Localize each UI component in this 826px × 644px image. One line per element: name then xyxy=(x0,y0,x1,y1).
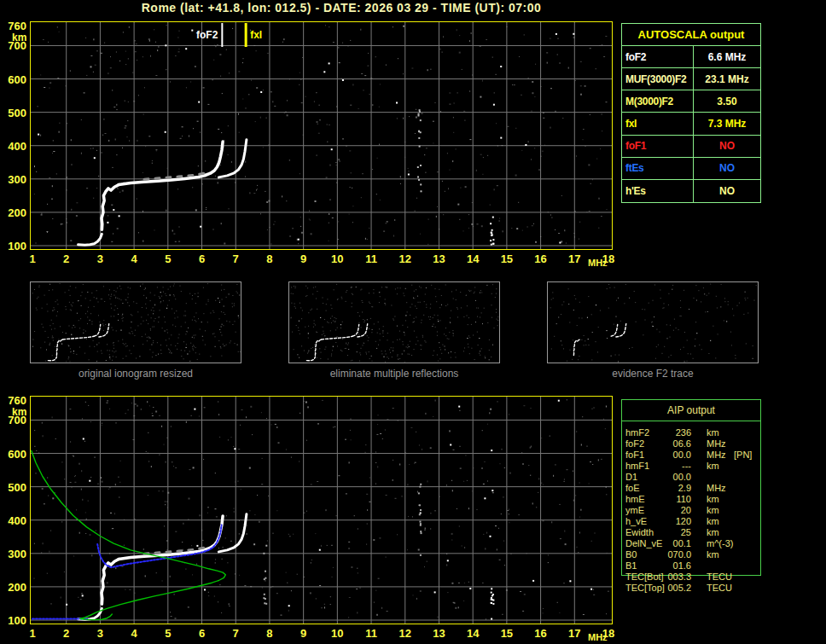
x-axis-tick: 8 xyxy=(259,253,281,264)
fxi-marker-label: fxI xyxy=(250,29,262,41)
autoscala-row: MUF(3000)F223.1 MHz xyxy=(622,68,760,90)
x-axis-tick: 11 xyxy=(360,628,382,639)
y-axis-tick: 500 xyxy=(0,107,26,119)
aip-unit: km xyxy=(707,494,719,505)
thumbnail-canvas xyxy=(289,282,499,363)
thumbnail-canvas xyxy=(548,282,758,363)
aip-row: B101.6 xyxy=(621,560,761,571)
x-axis-tick: 17 xyxy=(563,253,585,264)
x-axis-tick: 3 xyxy=(89,628,111,639)
x-axis-tick: 12 xyxy=(394,253,416,264)
aip-value: 120 xyxy=(647,516,691,527)
aip-row: D100.0 xyxy=(621,472,761,483)
thumbnail-canvas xyxy=(31,282,241,363)
aip-unit: MHz xyxy=(707,438,726,450)
aip-param: D1 xyxy=(625,472,637,483)
aip-unit: km xyxy=(707,527,719,538)
autoscala-param: foF2 xyxy=(622,46,694,67)
aip-value: 005.2 xyxy=(647,583,691,594)
aip-unit: km xyxy=(707,549,719,560)
y-axis-tick: 200 xyxy=(0,582,26,593)
autoscala-param: M(3000)F2 xyxy=(622,90,694,112)
aip-value: 20 xyxy=(647,505,691,516)
x-axis-tick: 14 xyxy=(462,253,484,264)
aip-row: h_vE120km xyxy=(621,516,761,527)
x-axis-tick: 1 xyxy=(21,628,44,639)
aip-unit: TECU xyxy=(707,571,732,583)
y-axis-tick: 600 xyxy=(0,74,26,85)
aip-value: 003.3 xyxy=(647,571,691,583)
thumbnail-caption: original ionogram resized xyxy=(30,368,241,380)
thumb-trace-E-trace xyxy=(48,357,56,361)
aip-param: B0 xyxy=(625,549,637,560)
aip-value: 110 xyxy=(647,494,691,505)
autoscala-param: foF1 xyxy=(622,136,694,157)
y-axis-tick: 500 xyxy=(0,482,26,493)
aip-unit: TECU xyxy=(707,583,732,594)
x-axis-tick: 9 xyxy=(293,253,315,264)
y-axis-unit-label: km xyxy=(12,407,26,417)
aip-unit: km xyxy=(707,461,719,472)
x-axis-tick: 5 xyxy=(157,253,179,264)
trace-F2-o-rise xyxy=(206,142,224,176)
autoscala-value: 7.3 MHz xyxy=(694,113,760,134)
thumbnail-noise xyxy=(290,284,498,363)
thumb-trace-F-riser xyxy=(573,339,579,356)
thumb-trace-F2-o-rise xyxy=(352,325,359,337)
aip-row: foF100.0MHz[PN] xyxy=(621,450,761,461)
thumbnail-original-ionogram xyxy=(30,281,241,363)
x-axis-tick: 5 xyxy=(157,628,179,639)
ionogram-canvas: foF2fxI xyxy=(31,22,612,249)
aip-unit: MHz xyxy=(707,483,726,494)
grid-lines xyxy=(31,22,612,249)
aip-param: foF2 xyxy=(625,438,644,450)
x-axis-tick: 11 xyxy=(360,253,382,264)
aip-rows: hmF2236kmfoF206.6MHzfoF100.0MHz[PN]hmF1-… xyxy=(621,427,761,594)
y-axis-tick: 400 xyxy=(0,141,26,152)
x-axis-tick: 2 xyxy=(55,253,78,264)
aip-row: foE2.9MHz xyxy=(621,483,761,494)
aip-row: Ewidth25km xyxy=(621,527,761,538)
aip-value: 2.9 xyxy=(647,483,691,494)
x-axis-tick: 8 xyxy=(259,628,281,639)
x-axis-tick: 1 xyxy=(21,253,44,264)
thumbnail-evidence-f2 xyxy=(547,281,759,363)
aip-row: hmF1---km xyxy=(621,461,761,472)
autoscala-value: 6.6 MHz xyxy=(694,46,760,67)
y-axis-tick: 100 xyxy=(0,241,26,252)
x-axis-tick: 14 xyxy=(462,628,484,639)
y-axis-tick: 300 xyxy=(0,548,26,560)
x-axis-tick: 10 xyxy=(326,253,348,264)
x-axis-tick: 13 xyxy=(428,628,450,639)
ionogram-plot: foF2fxI xyxy=(30,21,613,250)
aip-param: h_vE xyxy=(625,516,647,527)
autoscala-row: fxI7.3 MHz xyxy=(622,113,760,135)
aip-param: foE xyxy=(625,483,640,494)
aip-value: 236 xyxy=(647,427,691,438)
thumb-trace-F2-o-rise xyxy=(94,325,101,337)
x-axis-tick: 17 xyxy=(563,628,585,639)
y-axis-tick: 760 xyxy=(0,20,26,32)
autoscala-value: 3.50 xyxy=(694,90,760,112)
x-axis-tick: 10 xyxy=(326,628,348,639)
aip-table-title: AIP output xyxy=(621,404,761,416)
y-axis-tick: 200 xyxy=(0,207,26,218)
autoscala-row: ftEsNO xyxy=(622,158,760,180)
thumb-trace-F-flat xyxy=(63,336,95,339)
trace-F-flat xyxy=(119,176,205,185)
thumb-trace-E-trace xyxy=(306,357,315,361)
y-axis-tick: 100 xyxy=(0,615,26,626)
aip-value: 00.1 xyxy=(647,538,691,549)
aip-row: foF206.6MHz xyxy=(621,438,761,450)
autoscala-row: foF26.6 MHz xyxy=(622,46,760,68)
aip-row: TEC[Top]005.2TECU xyxy=(621,583,761,594)
y-axis-tick: 760 xyxy=(0,395,26,406)
autoscala-table-title: AUTOSCALA output xyxy=(622,24,760,46)
thumbnail-noise xyxy=(550,284,757,363)
aip-value: 00.0 xyxy=(647,472,691,483)
page-title: Rome (lat: +41.8, lon: 012.5) - DATE: 20… xyxy=(0,1,683,15)
x-axis-tick: 15 xyxy=(496,628,518,639)
x-axis-tick: 9 xyxy=(293,628,315,639)
y-axis-tick: 400 xyxy=(0,515,26,526)
autoscala-param: ftEs xyxy=(622,158,694,179)
